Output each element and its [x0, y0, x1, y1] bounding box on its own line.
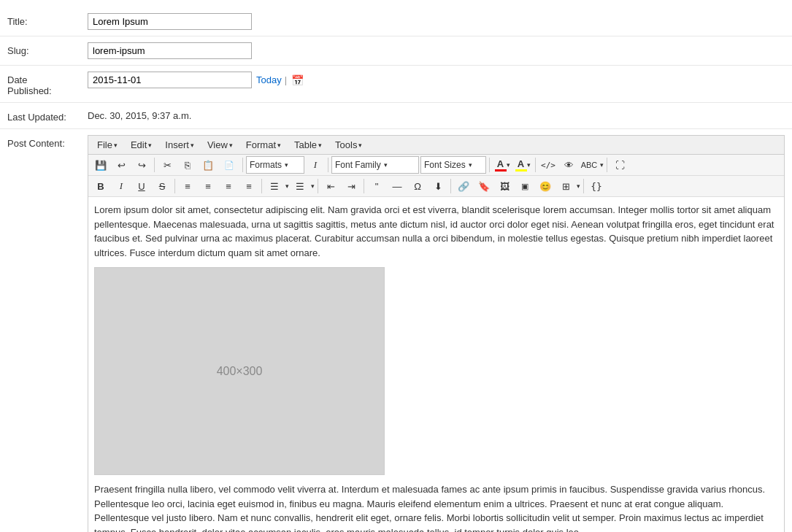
- divider: [261, 179, 262, 193]
- font-color-button[interactable]: A ▾: [493, 156, 512, 174]
- font-sizes-dropdown[interactable]: Font Sizes ▾: [420, 156, 486, 174]
- insert-image-button[interactable]: ⬇: [428, 177, 447, 195]
- last-updated-label: Last Updated:: [7, 109, 88, 123]
- menu-view[interactable]: View ▾: [201, 137, 239, 153]
- strikethrough-button[interactable]: S: [153, 177, 172, 195]
- copy-button[interactable]: ⎘: [178, 156, 197, 174]
- editor-menubar: File ▾ Edit ▾ Insert ▾ View ▾ Format ▾: [88, 136, 784, 155]
- underline-button[interactable]: U: [132, 177, 151, 195]
- content-para-1: Lorem ipsum dolor sit amet, consectetur …: [94, 203, 778, 260]
- paste-button[interactable]: 📋: [199, 156, 218, 174]
- last-updated-value: Dec. 30, 2015, 9:37 a.m.: [88, 110, 191, 121]
- bold-button[interactable]: B: [91, 177, 110, 195]
- divider: [328, 158, 328, 172]
- divider: [174, 179, 175, 193]
- date-published-row: DatePublished: Today | 📅: [0, 66, 792, 103]
- menu-table[interactable]: Table ▾: [288, 137, 328, 153]
- spellcheck-chevron[interactable]: ▾: [600, 161, 604, 169]
- cut-button[interactable]: ✂: [158, 156, 177, 174]
- redo-button[interactable]: ↪: [132, 156, 151, 174]
- italic-button[interactable]: I: [112, 177, 131, 195]
- outdent-button[interactable]: ⇤: [321, 177, 340, 195]
- justify-button[interactable]: ≡: [239, 177, 258, 195]
- save-button[interactable]: 💾: [91, 156, 110, 174]
- title-label: Title:: [7, 13, 88, 27]
- date-input[interactable]: [88, 72, 252, 88]
- divider: [154, 158, 155, 172]
- today-link[interactable]: Today: [256, 74, 282, 85]
- media-button[interactable]: ▣: [515, 177, 534, 195]
- toolbar-row-1: 💾 ↩ ↪ ✂ ⎘ 📋 📄 Formats ▾: [88, 155, 784, 176]
- post-content-label: Post Content:: [7, 135, 88, 149]
- placeholder-image: 400×300: [94, 267, 385, 475]
- preview-button[interactable]: 👁: [559, 156, 578, 174]
- divider: [583, 179, 584, 193]
- highlight-color-button[interactable]: A ▾: [513, 156, 532, 174]
- source-code-button[interactable]: </>: [539, 156, 558, 174]
- divider: [450, 179, 451, 193]
- last-updated-row: Last Updated: Dec. 30, 2015, 9:37 a.m.: [0, 103, 792, 129]
- form-container: Title: Slug: DatePublished: Today | 📅 La…: [0, 0, 792, 532]
- chevron-down-icon: ▾: [191, 142, 194, 149]
- slug-input[interactable]: [88, 42, 252, 59]
- date-field: Today | 📅: [88, 72, 785, 88]
- chevron-down-icon: ▾: [277, 142, 281, 149]
- date-label: DatePublished:: [7, 72, 88, 96]
- align-center-button[interactable]: ≡: [199, 177, 218, 195]
- divider: [318, 179, 318, 193]
- bookmark-button[interactable]: 🔖: [474, 177, 493, 195]
- menu-format[interactable]: Format ▾: [240, 137, 287, 153]
- table-button[interactable]: ⊞: [556, 177, 575, 195]
- numbering-button[interactable]: ☰: [291, 177, 310, 195]
- menu-insert[interactable]: Insert ▾: [159, 137, 200, 153]
- menu-edit[interactable]: Edit ▾: [125, 137, 158, 153]
- align-right-button[interactable]: ≡: [219, 177, 238, 195]
- content-para-2: Praesent fringilla nulla libero, vel com…: [94, 482, 778, 532]
- divider: [364, 179, 364, 193]
- calendar-icon[interactable]: 📅: [291, 74, 304, 86]
- undo-button[interactable]: ↩: [112, 156, 131, 174]
- bullets-chevron[interactable]: ▾: [285, 182, 289, 190]
- table-chevron[interactable]: ▾: [577, 182, 580, 190]
- chevron-down-icon: ▾: [318, 142, 322, 149]
- hr-button[interactable]: —: [388, 177, 407, 195]
- blockquote-button[interactable]: ": [367, 177, 386, 195]
- editor-container: File ▾ Edit ▾ Insert ▾ View ▾ Format ▾: [88, 135, 785, 532]
- title-field: [88, 13, 785, 30]
- title-row: Title:: [0, 7, 792, 36]
- bullets-button[interactable]: ☰: [265, 177, 284, 195]
- code-button[interactable]: {}: [587, 177, 606, 195]
- chevron-down-icon: ▾: [358, 142, 362, 149]
- paste-text-button[interactable]: 📄: [219, 156, 239, 174]
- insert-link-button[interactable]: 🔗: [454, 177, 473, 195]
- align-left-button[interactable]: ≡: [178, 177, 197, 195]
- toolbar-row-2: B I U S ≡ ≡ ≡ ≡ ☰ ▾ ☰: [88, 176, 784, 197]
- chevron-down-icon: ▾: [384, 161, 388, 169]
- spellcheck-button[interactable]: ABC: [580, 156, 599, 174]
- numbering-chevron[interactable]: ▾: [311, 182, 315, 190]
- separator: |: [285, 74, 287, 85]
- menu-file[interactable]: File ▾: [91, 137, 123, 153]
- chevron-down-icon: ▾: [507, 161, 510, 169]
- clear-formatting-button[interactable]: I: [306, 156, 325, 174]
- indent-button[interactable]: ⇥: [342, 177, 361, 195]
- emoji-button[interactable]: 😊: [536, 177, 555, 195]
- image-button[interactable]: 🖼: [495, 177, 514, 195]
- post-content-row: Post Content: File ▾ Edit ▾ Insert ▾ Vie…: [0, 129, 792, 532]
- menu-tools[interactable]: Tools ▾: [329, 137, 368, 153]
- formats-dropdown[interactable]: Formats ▾: [246, 156, 304, 174]
- font-family-dropdown[interactable]: Font Family ▾: [331, 156, 419, 174]
- special-chars-button[interactable]: Ω: [408, 177, 427, 195]
- slug-label: Slug:: [7, 42, 88, 56]
- title-input[interactable]: [88, 13, 252, 30]
- chevron-down-icon: ▾: [285, 161, 288, 169]
- divider: [242, 158, 243, 172]
- chevron-down-icon: ▾: [527, 161, 531, 169]
- chevron-down-icon: ▾: [469, 161, 472, 169]
- divider: [607, 158, 607, 172]
- divider: [489, 158, 490, 172]
- editor-body[interactable]: Lorem ipsum dolor sit amet, consectetur …: [88, 197, 784, 532]
- chevron-down-icon: ▾: [114, 142, 118, 149]
- slug-row: Slug:: [0, 36, 792, 66]
- fullscreen-button[interactable]: ⛶: [610, 156, 629, 174]
